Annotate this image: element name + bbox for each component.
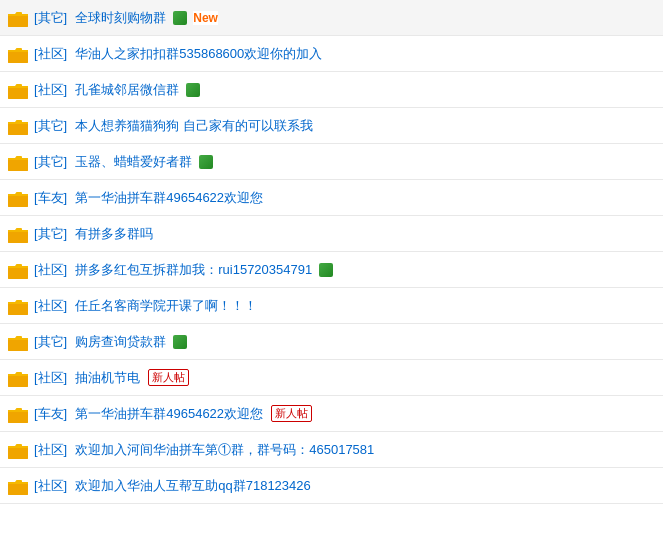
item-tag: [其它]	[34, 9, 67, 27]
list-item[interactable]: [社区]华油人之家扣扣群535868600欢迎你的加入	[0, 36, 663, 72]
item-tag: [车友]	[34, 405, 67, 423]
item-text: [社区]欢迎加入河间华油拼车第①群，群号码：465017581	[34, 441, 655, 459]
list-item[interactable]: [社区]欢迎加入河间华油拼车第①群，群号码：465017581	[0, 432, 663, 468]
folder-icon	[8, 441, 28, 459]
item-main-text: 欢迎加入华油人互帮互助qq群718123426	[75, 477, 311, 495]
item-text: [其它]本人想养猫猫狗狗 自己家有的可以联系我	[34, 117, 655, 135]
new-person-badge: 新人帖	[148, 369, 189, 386]
item-main-text: 孔雀城邻居微信群	[75, 81, 179, 99]
image-icon	[173, 335, 187, 349]
item-tag: [其它]	[34, 117, 67, 135]
item-tag: [社区]	[34, 369, 67, 387]
folder-icon	[8, 45, 28, 63]
item-text: [社区]拼多多红包互拆群加我：rui15720354791	[34, 261, 655, 279]
list-item[interactable]: [其它]有拼多多群吗	[0, 216, 663, 252]
item-text: [其它]购房查询贷款群	[34, 333, 655, 351]
item-tag: [社区]	[34, 441, 67, 459]
item-main-text: 全球时刻购物群	[75, 9, 166, 27]
item-main-text: 任丘名客商学院开课了啊！！！	[75, 297, 257, 315]
list-item[interactable]: [车友]第一华油拼车群49654622欢迎您	[0, 180, 663, 216]
item-text: [车友]第一华油拼车群49654622欢迎您新人帖	[34, 405, 655, 423]
item-tag: [其它]	[34, 225, 67, 243]
item-text: [社区]孔雀城邻居微信群	[34, 81, 655, 99]
item-main-text: 华油人之家扣扣群535868600欢迎你的加入	[75, 45, 322, 63]
list-item[interactable]: [社区]抽油机节电新人帖	[0, 360, 663, 396]
item-text: [社区]任丘名客商学院开课了啊！！！	[34, 297, 655, 315]
list-item[interactable]: [其它]购房查询贷款群	[0, 324, 663, 360]
item-tag: [社区]	[34, 477, 67, 495]
list-item[interactable]: [其它]本人想养猫猫狗狗 自己家有的可以联系我	[0, 108, 663, 144]
folder-icon	[8, 81, 28, 99]
item-tag: [车友]	[34, 189, 67, 207]
item-main-text: 欢迎加入河间华油拼车第①群，群号码：465017581	[75, 441, 374, 459]
list-item[interactable]: [社区]欢迎加入华油人互帮互助qq群718123426	[0, 468, 663, 504]
list-item[interactable]: [车友]第一华油拼车群49654622欢迎您新人帖	[0, 396, 663, 432]
item-text: [车友]第一华油拼车群49654622欢迎您	[34, 189, 655, 207]
item-main-text: 有拼多多群吗	[75, 225, 153, 243]
item-main-text: 玉器、蜡蜡爱好者群	[75, 153, 192, 171]
list-item[interactable]: [其它]玉器、蜡蜡爱好者群	[0, 144, 663, 180]
item-text: [其它]全球时刻购物群New	[34, 9, 655, 27]
folder-icon	[8, 189, 28, 207]
item-main-text: 拼多多红包互拆群加我：rui15720354791	[75, 261, 312, 279]
image-icon	[186, 83, 200, 97]
folder-icon	[8, 9, 28, 27]
new-person-badge: 新人帖	[271, 405, 312, 422]
image-icon	[319, 263, 333, 277]
list-item[interactable]: [社区]拼多多红包互拆群加我：rui15720354791	[0, 252, 663, 288]
item-main-text: 本人想养猫猫狗狗 自己家有的可以联系我	[75, 117, 313, 135]
item-tag: [社区]	[34, 45, 67, 63]
folder-icon	[8, 297, 28, 315]
item-tag: [社区]	[34, 261, 67, 279]
item-tag: [其它]	[34, 333, 67, 351]
item-text: [社区]欢迎加入华油人互帮互助qq群718123426	[34, 477, 655, 495]
folder-icon	[8, 153, 28, 171]
list-item[interactable]: [社区]孔雀城邻居微信群	[0, 72, 663, 108]
list-item[interactable]: [其它]全球时刻购物群New	[0, 0, 663, 36]
image-icon	[173, 11, 187, 25]
item-text: [社区]华油人之家扣扣群535868600欢迎你的加入	[34, 45, 655, 63]
item-main-text: 购房查询贷款群	[75, 333, 166, 351]
folder-icon	[8, 117, 28, 135]
item-text: [社区]抽油机节电新人帖	[34, 369, 655, 387]
folder-icon	[8, 225, 28, 243]
item-tag: [其它]	[34, 153, 67, 171]
list-item[interactable]: [社区]任丘名客商学院开课了啊！！！	[0, 288, 663, 324]
item-tag: [社区]	[34, 297, 67, 315]
folder-icon	[8, 261, 28, 279]
folder-icon	[8, 333, 28, 351]
folder-icon	[8, 369, 28, 387]
item-main-text: 第一华油拼车群49654622欢迎您	[75, 405, 263, 423]
item-text: [其它]有拼多多群吗	[34, 225, 655, 243]
image-icon	[199, 155, 213, 169]
item-tag: [社区]	[34, 81, 67, 99]
item-main-text: 第一华油拼车群49654622欢迎您	[75, 189, 263, 207]
item-text: [其它]玉器、蜡蜡爱好者群	[34, 153, 655, 171]
folder-icon	[8, 405, 28, 423]
group-list: [其它]全球时刻购物群New [社区]华油人之家扣扣群535868600欢迎你的…	[0, 0, 663, 504]
new-badge: New	[193, 11, 218, 25]
folder-icon	[8, 477, 28, 495]
item-main-text: 抽油机节电	[75, 369, 140, 387]
